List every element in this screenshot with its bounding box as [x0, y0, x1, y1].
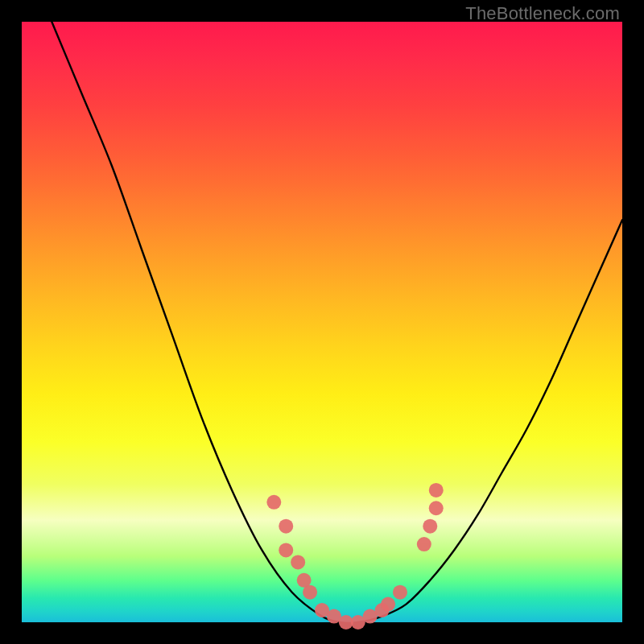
data-marker — [423, 519, 437, 534]
marker-group — [266, 483, 443, 630]
data-marker — [303, 585, 317, 600]
bottleneck-curve-line — [52, 22, 622, 623]
data-marker — [266, 495, 281, 510]
data-marker — [429, 483, 444, 497]
data-marker — [279, 543, 293, 557]
data-marker — [417, 537, 431, 551]
data-marker — [279, 519, 293, 534]
data-marker — [381, 597, 395, 612]
data-marker — [429, 501, 444, 515]
watermark-text: TheBottleneck.com — [465, 3, 620, 24]
chart-svg — [22, 22, 622, 622]
data-marker — [291, 555, 305, 569]
chart-frame — [22, 22, 622, 622]
data-marker — [393, 585, 407, 600]
